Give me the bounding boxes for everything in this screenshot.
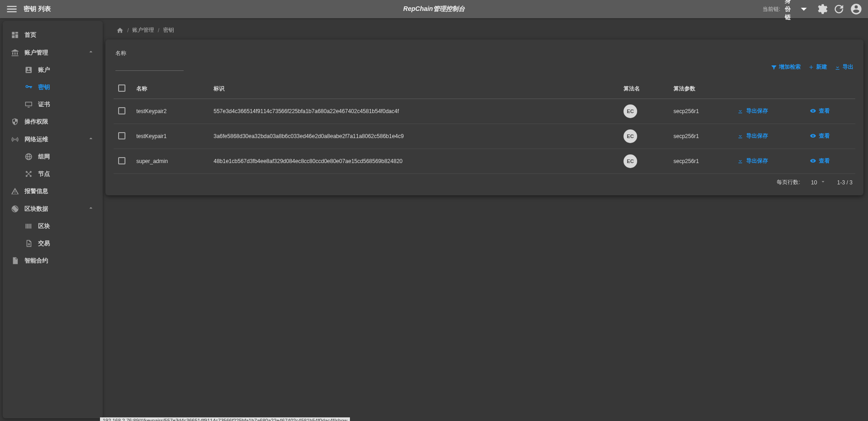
chain-label: 当前链: <box>763 5 780 13</box>
algorithm-chip: EC <box>624 129 637 143</box>
cell-identifier: 557e3d4c366514f9114c73566f225bfa1b7a680a… <box>209 99 619 124</box>
col-header-name[interactable]: 名称 <box>132 79 209 99</box>
export-row-button[interactable]: 导出保存 <box>737 157 768 165</box>
export-button[interactable]: 导出 <box>834 63 853 71</box>
chevron-down-icon <box>820 178 826 186</box>
filter-input[interactable] <box>115 60 184 71</box>
account-icon[interactable] <box>850 3 863 15</box>
settings-icon[interactable] <box>815 3 828 15</box>
add-filter-button[interactable]: 增加检索 <box>771 63 801 71</box>
create-button[interactable]: 新建 <box>808 63 827 71</box>
download-icon <box>834 64 841 70</box>
cell-identifier: 48b1e1cb567d3fb4ee8af329d084ec8cc80ccd0e… <box>209 149 619 174</box>
cell-identifier: 3a6fe5868d30ea32bda03a8b6c033ed46e2d0a8e… <box>209 124 619 149</box>
status-bar: 192.168.2.76:89/#/keypairs/557e3d4c36651… <box>100 417 350 421</box>
cell-name: super_admin <box>132 149 209 174</box>
top-bar: 密钥 列表 RepChain管理控制台 当前链: 身份链 <box>0 0 868 18</box>
table-row[interactable]: super_admin48b1e1cb567d3fb4ee8af329d084e… <box>114 149 855 174</box>
page-title: 密钥 列表 <box>24 5 51 13</box>
algorithm-chip: EC <box>624 104 637 118</box>
col-header-params[interactable]: 算法参数 <box>669 79 733 99</box>
algorithm-chip: EC <box>624 154 637 168</box>
refresh-icon[interactable] <box>833 3 845 15</box>
row-checkbox[interactable] <box>118 107 125 114</box>
keypair-table: 名称 标识 算法名 算法参数 testKeypair2557e3d4c36651… <box>114 79 855 174</box>
rows-per-page-select[interactable]: 10 <box>811 178 826 186</box>
chevron-down-icon <box>797 2 811 16</box>
page-range: 1-3 / 3 <box>837 179 853 186</box>
download-icon <box>737 133 743 139</box>
cell-params: secp256r1 <box>669 149 733 174</box>
filter-name: 名称 <box>115 50 184 71</box>
download-icon <box>737 158 743 164</box>
view-row-button[interactable]: 查看 <box>810 132 830 140</box>
export-row-button[interactable]: 导出保存 <box>737 107 768 115</box>
eye-icon <box>810 158 816 164</box>
breadcrumb: / 账户管理 / 密钥 <box>105 21 863 40</box>
pagination: 每页行数: 10 1-3 / 3 <box>114 174 855 191</box>
select-all-checkbox[interactable] <box>118 84 125 92</box>
breadcrumb-item[interactable]: 账户管理 <box>132 26 154 34</box>
row-checkbox[interactable] <box>118 157 125 164</box>
cell-name: testKeypair2 <box>132 99 209 124</box>
filter-icon <box>771 64 777 70</box>
filter-label: 名称 <box>115 50 184 58</box>
cell-params: secp256r1 <box>669 124 733 149</box>
col-header-algorithm[interactable]: 算法名 <box>619 79 669 99</box>
cell-name: testKeypair1 <box>132 124 209 149</box>
export-row-button[interactable]: 导出保存 <box>737 132 768 140</box>
view-row-button[interactable]: 查看 <box>810 157 830 165</box>
breadcrumb-item[interactable]: 密钥 <box>163 26 174 34</box>
rows-per-page-label: 每页行数: <box>777 178 800 186</box>
col-header-identifier[interactable]: 标识 <box>209 79 619 99</box>
download-icon <box>737 108 743 114</box>
app-title: RepChain管理控制台 <box>403 5 464 13</box>
plus-icon <box>808 64 814 70</box>
main: / 账户管理 / 密钥 名称 增加检索 <box>103 18 868 421</box>
eye-icon <box>810 108 816 114</box>
cell-params: secp256r1 <box>669 99 733 124</box>
menu-toggle-icon[interactable] <box>5 3 18 15</box>
view-row-button[interactable]: 查看 <box>810 107 830 115</box>
table-row[interactable]: testKeypair13a6fe5868d30ea32bda03a8b6c03… <box>114 124 855 149</box>
content-card: 名称 增加检索 新建 导出 <box>105 40 863 195</box>
eye-icon <box>810 133 816 139</box>
home-icon[interactable] <box>116 27 124 34</box>
row-checkbox[interactable] <box>118 132 125 139</box>
table-row[interactable]: testKeypair2557e3d4c366514f9114c73566f22… <box>114 99 855 124</box>
